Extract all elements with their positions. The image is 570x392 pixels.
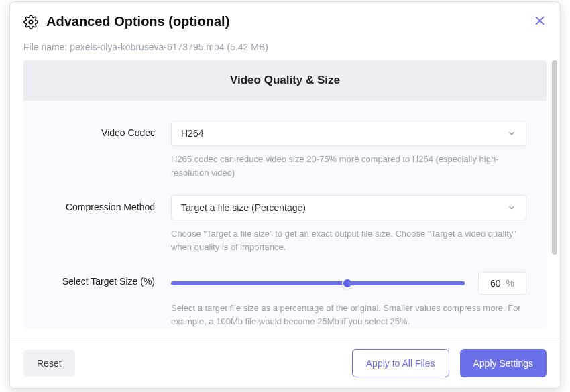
close-button[interactable] <box>532 13 548 29</box>
file-label: File name: <box>23 42 67 52</box>
video-codec-select[interactable]: H264 <box>171 121 526 146</box>
target-size-row: Select Target Size (%) 60 % Select a tar… <box>44 269 526 328</box>
section-body: Video Codec H264 H265 codec can reduce v… <box>23 101 547 328</box>
video-codec-value: H264 <box>181 128 203 139</box>
target-size-slider[interactable] <box>171 281 465 285</box>
target-size-input[interactable]: 60 % <box>478 272 526 295</box>
chevron-down-icon <box>507 129 516 138</box>
modal-title: Advanced Options (optional) <box>46 14 229 29</box>
compression-method-value: Target a file size (Percentage) <box>181 202 306 213</box>
apply-settings-button[interactable]: Apply Settings <box>460 349 547 377</box>
file-info: File name: pexels-olya-kobruseva-6173795… <box>10 36 560 60</box>
compression-method-select[interactable]: Target a file size (Percentage) <box>171 195 526 220</box>
target-size-hint: Select a target file size as a percentag… <box>171 302 526 328</box>
section-title: Video Quality & Size <box>23 60 547 101</box>
slider-thumb[interactable] <box>342 278 353 289</box>
compression-method-hint: Choose "Target a file size" to get an ex… <box>171 227 526 253</box>
modal-footer: Reset Apply to All Files Apply Settings <box>10 338 560 388</box>
compression-method-row: Compression Method Target a file size (P… <box>44 195 526 253</box>
video-codec-row: Video Codec H264 H265 codec can reduce v… <box>44 121 526 179</box>
video-codec-hint: H265 codec can reduce video size 20-75% … <box>171 153 526 179</box>
file-name: pexels-olya-kobruseva-6173795.mp4 <box>70 42 224 52</box>
modal-header: Advanced Options (optional) <box>10 2 560 36</box>
target-size-unit: % <box>506 278 514 289</box>
file-size: (5.42 MB) <box>227 42 268 52</box>
close-icon <box>533 14 547 27</box>
compression-method-label: Compression Method <box>44 195 171 212</box>
reset-button[interactable]: Reset <box>23 350 75 377</box>
gear-icon <box>23 15 38 29</box>
target-size-value: 60 <box>490 278 501 289</box>
video-codec-label: Video Codec <box>44 121 171 138</box>
svg-point-0 <box>29 20 33 24</box>
target-size-label: Select Target Size (%) <box>44 269 171 287</box>
scroll-area: Video Quality & Size Video Codec H264 H2… <box>10 60 560 338</box>
scrollbar[interactable] <box>552 60 557 255</box>
chevron-down-icon <box>507 203 516 212</box>
advanced-options-modal: Advanced Options (optional) File name: p… <box>9 1 561 389</box>
apply-all-button[interactable]: Apply to All Files <box>352 349 449 377</box>
